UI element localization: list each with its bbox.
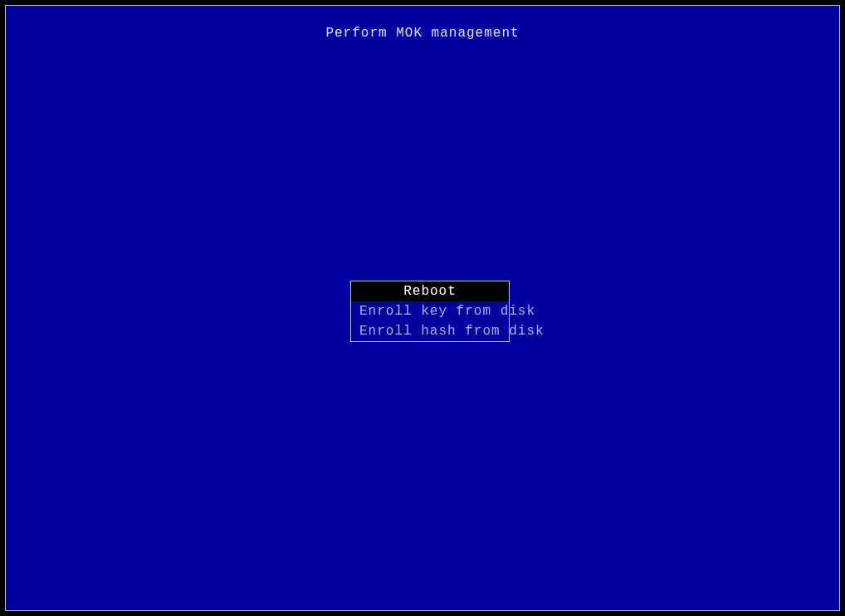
page-title: Perform MOK management xyxy=(6,26,839,41)
menu-item-reboot[interactable]: Reboot xyxy=(351,281,509,301)
main-panel: Perform MOK management Reboot Enroll key… xyxy=(5,5,840,611)
menu-item-enroll-hash[interactable]: Enroll hash from disk xyxy=(351,321,509,341)
menu-item-enroll-key[interactable]: Enroll key from disk xyxy=(351,301,509,321)
menu-box: Reboot Enroll key from disk Enroll hash … xyxy=(350,281,510,342)
